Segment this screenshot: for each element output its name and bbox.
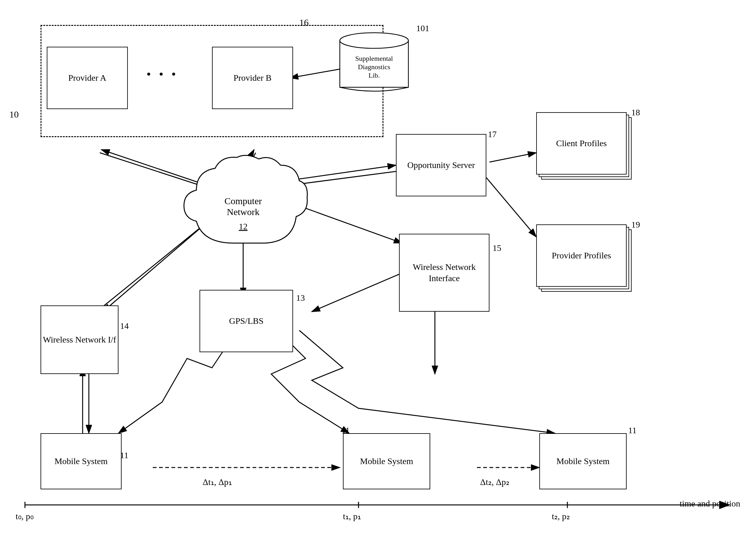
provider-profiles-stacked: Provider Profiles xyxy=(536,224,627,287)
t0p0-label: t₀, p₀ xyxy=(16,511,34,521)
time-position-label: time and position xyxy=(680,499,740,509)
ref-11-left-label: 11 xyxy=(120,450,128,460)
svg-line-10 xyxy=(486,178,536,237)
ref-14-label: 14 xyxy=(120,321,129,331)
dots-label: • • • xyxy=(147,67,178,82)
ref-19-label: 19 xyxy=(631,220,640,230)
ref-15-label: 15 xyxy=(493,243,501,253)
opportunity-server-box: Opportunity Server xyxy=(396,134,486,196)
t1p1-label: t₁, p₁ xyxy=(343,511,361,521)
computer-network-cloud: Computer Network 12 xyxy=(178,150,309,257)
ref-18-label: 18 xyxy=(631,108,640,118)
provider-b-box: Provider B xyxy=(212,47,293,109)
mobile-system-center-box: Mobile System xyxy=(343,433,430,489)
svg-line-14 xyxy=(312,274,399,312)
wireless-network-if-left-box: Wireless Network I/f xyxy=(41,305,118,374)
delta2-label: Δt₂, Δp₂ xyxy=(480,477,509,487)
client-profiles-stacked: Client Profiles xyxy=(536,112,627,175)
svg-text:Network: Network xyxy=(227,207,260,217)
ref-11-center-label: 11 xyxy=(341,425,350,435)
supplemental-diagnostics: Supplemental Diagnostics Lib. xyxy=(337,31,412,95)
mobile-system-left-box: Mobile System xyxy=(41,433,122,489)
gps-lbs-box: GPS/LBS xyxy=(200,290,293,352)
t2p2-label: t₂, p₂ xyxy=(552,511,570,521)
diagram: 10 16 Provider A • • • Provider B Supple… xyxy=(0,0,756,542)
svg-point-28 xyxy=(340,33,408,48)
provider-a-box: Provider A xyxy=(47,47,128,109)
svg-text:12: 12 xyxy=(239,222,248,231)
ref-10-label: 10 xyxy=(9,109,19,120)
mobile-system-right-box: Mobile System xyxy=(539,433,627,489)
svg-text:Computer: Computer xyxy=(224,196,262,206)
svg-text:Lib.: Lib. xyxy=(368,71,380,79)
svg-line-9 xyxy=(489,153,536,162)
svg-text:Diagnostics: Diagnostics xyxy=(358,63,390,71)
svg-text:Supplemental: Supplemental xyxy=(355,55,393,62)
ref-13-label: 13 xyxy=(296,293,305,303)
ref-16-label: 16 xyxy=(299,17,309,28)
delta1-label: Δt₁, Δp₁ xyxy=(203,477,232,487)
ref-11-right-label: 11 xyxy=(628,425,637,435)
wireless-network-interface-box: Wireless Network Interface xyxy=(399,234,489,312)
ref-101-label: 101 xyxy=(416,23,429,33)
ref-17-label: 17 xyxy=(488,129,497,139)
